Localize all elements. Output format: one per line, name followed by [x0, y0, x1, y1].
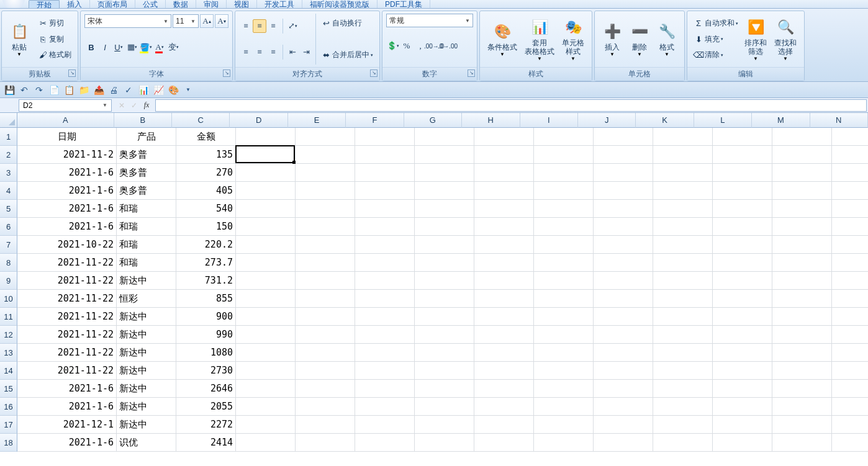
row-header-9[interactable]: 9 — [0, 272, 17, 290]
cell-J3[interactable] — [594, 164, 653, 182]
cell-D14[interactable] — [236, 362, 296, 380]
cell-D4[interactable] — [236, 182, 296, 200]
align-top-button[interactable]: ≡ — [239, 19, 253, 33]
cell-M11[interactable] — [772, 308, 832, 326]
cell-E12[interactable] — [296, 326, 355, 344]
cell-N14[interactable] — [832, 362, 868, 380]
cell-J2[interactable] — [594, 146, 653, 164]
cell-F8[interactable] — [355, 254, 415, 272]
tab-6[interactable]: 视图 — [227, 0, 257, 9]
cell-L9[interactable] — [713, 272, 772, 290]
cell-E15[interactable] — [296, 380, 355, 398]
cell-E2[interactable] — [296, 146, 355, 164]
cell-I4[interactable] — [534, 182, 594, 200]
cell-G8[interactable] — [415, 254, 474, 272]
cell-C2[interactable]: 135 — [176, 146, 236, 164]
office-button[interactable] — [2, 0, 25, 9]
cell-I7[interactable] — [534, 236, 594, 254]
cell-C5[interactable]: 540 — [176, 200, 236, 218]
fx-icon[interactable]: fx — [140, 101, 153, 110]
cell-L11[interactable] — [713, 308, 772, 326]
cell-M7[interactable] — [772, 236, 832, 254]
col-header-D[interactable]: D — [230, 113, 287, 128]
col-header-L[interactable]: L — [694, 113, 752, 128]
cell-F5[interactable] — [355, 200, 415, 218]
col-header-E[interactable]: E — [288, 113, 346, 128]
find-select-button[interactable]: 🔍查找和 选择▼ — [771, 16, 800, 63]
cell-J12[interactable] — [594, 326, 653, 344]
col-header-J[interactable]: J — [578, 113, 636, 128]
cell-J15[interactable] — [594, 380, 653, 398]
col-header-F[interactable]: F — [346, 113, 404, 128]
cell-C18[interactable]: 2414 — [176, 434, 236, 452]
cell-H11[interactable] — [474, 308, 534, 326]
row-header-12[interactable]: 12 — [0, 326, 17, 344]
cell-A9[interactable]: 2021-11-22 — [17, 272, 117, 290]
cell-F18[interactable] — [355, 434, 415, 452]
cell-B18[interactable]: 识优 — [117, 434, 176, 452]
cell-N7[interactable] — [832, 236, 868, 254]
cell-F7[interactable] — [355, 236, 415, 254]
qat-btn-12[interactable]: 🎨 — [166, 83, 180, 97]
cell-M1[interactable] — [772, 128, 832, 146]
row-header-11[interactable]: 11 — [0, 308, 17, 326]
cell-E13[interactable] — [296, 344, 355, 362]
cell-M17[interactable] — [772, 416, 832, 434]
cell-F6[interactable] — [355, 218, 415, 236]
cell-K8[interactable] — [653, 254, 713, 272]
cell-M10[interactable] — [772, 290, 832, 308]
col-header-C[interactable]: C — [172, 113, 230, 128]
col-header-H[interactable]: H — [462, 113, 520, 128]
row-header-5[interactable]: 5 — [0, 200, 17, 218]
cell-D3[interactable] — [236, 164, 296, 182]
tab-1[interactable]: 插入 — [60, 0, 90, 9]
cell-L10[interactable] — [713, 290, 772, 308]
font-color-button[interactable]: A▾ — [153, 40, 166, 54]
col-header-M[interactable]: M — [752, 113, 810, 128]
col-header-I[interactable]: I — [520, 113, 578, 128]
cell-E3[interactable] — [296, 164, 355, 182]
decrease-decimal-button[interactable]: .0→.00 — [441, 39, 454, 53]
cell-A6[interactable]: 2021-1-6 — [17, 218, 117, 236]
cell-N3[interactable] — [832, 164, 868, 182]
cell-D9[interactable] — [236, 272, 296, 290]
cell-F17[interactable] — [355, 416, 415, 434]
cell-E9[interactable] — [296, 272, 355, 290]
cell-M3[interactable] — [772, 164, 832, 182]
clipboard-dialog-launcher[interactable]: ↘ — [68, 69, 76, 77]
cell-G17[interactable] — [415, 416, 474, 434]
cell-I13[interactable] — [534, 344, 594, 362]
cell-I15[interactable] — [534, 380, 594, 398]
cell-L8[interactable] — [713, 254, 772, 272]
wrap-text-button[interactable]: ↩自动换行 — [319, 17, 376, 30]
tab-4[interactable]: 数据 — [166, 0, 196, 9]
cell-J18[interactable] — [594, 434, 653, 452]
fill-color-button[interactable]: 🪣▾ — [139, 40, 153, 54]
row-header-14[interactable]: 14 — [0, 362, 17, 380]
cell-D5[interactable] — [236, 200, 296, 218]
table-format-button[interactable]: 📊套用 表格格式▼ — [521, 16, 558, 63]
number-dialog-launcher[interactable]: ↘ — [468, 69, 475, 77]
tab-5[interactable]: 审阅 — [196, 0, 227, 9]
cell-G6[interactable] — [415, 218, 474, 236]
cell-D17[interactable] — [236, 416, 296, 434]
cell-M2[interactable] — [772, 146, 832, 164]
cell-H6[interactable] — [474, 218, 534, 236]
align-left-button[interactable]: ≡ — [239, 45, 253, 59]
cell-C9[interactable]: 731.2 — [176, 272, 236, 290]
cell-L16[interactable] — [713, 398, 772, 416]
cell-C11[interactable]: 900 — [176, 308, 236, 326]
cell-F2[interactable] — [355, 146, 415, 164]
cell-N1[interactable] — [832, 128, 868, 146]
cell-F1[interactable] — [355, 128, 415, 146]
cell-A16[interactable]: 2021-1-6 — [17, 398, 117, 416]
cell-M6[interactable] — [772, 218, 832, 236]
cell-C6[interactable]: 150 — [176, 218, 236, 236]
cell-A1[interactable]: 日期 — [17, 128, 117, 146]
cell-E8[interactable] — [296, 254, 355, 272]
cell-D6[interactable] — [236, 218, 296, 236]
cell-B10[interactable]: 恒彩 — [117, 290, 176, 308]
cell-B17[interactable]: 新达中 — [117, 416, 176, 434]
cell-K9[interactable] — [653, 272, 713, 290]
cell-M15[interactable] — [772, 380, 832, 398]
